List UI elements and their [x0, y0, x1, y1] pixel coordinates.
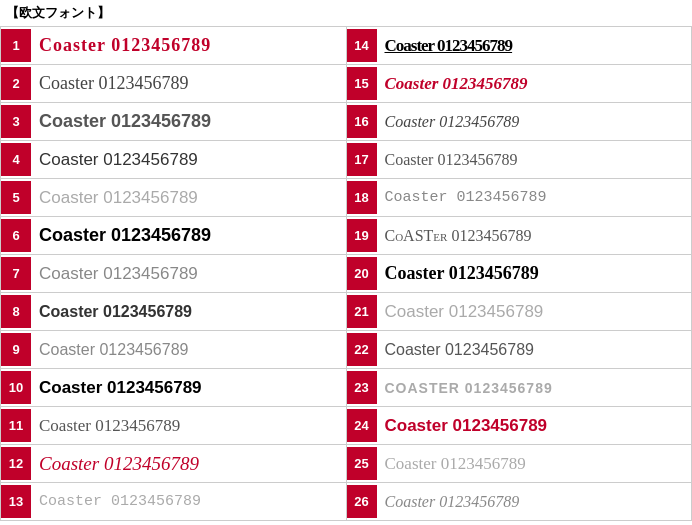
item-number: 6 — [1, 219, 31, 252]
item-text: Coaster 0123456789 — [377, 147, 692, 173]
item-number: 4 — [1, 143, 31, 176]
item-text: Coaster 0123456789 — [31, 221, 346, 250]
item-number: 24 — [347, 409, 377, 442]
list-item: 25 Coaster 0123456789 — [347, 445, 693, 483]
item-number: 21 — [347, 295, 377, 328]
item-number: 10 — [1, 371, 31, 404]
list-item: 2 Coaster 0123456789 — [1, 65, 347, 103]
item-text: Coaster 0123456789 — [377, 337, 692, 363]
list-item: 20 Coaster 0123456789 — [347, 255, 693, 293]
list-item: 26 Coaster 0123456789 — [347, 483, 693, 521]
item-number: 7 — [1, 257, 31, 290]
item-text: Coaster 0123456789 — [31, 146, 346, 174]
list-item: 3 Coaster 0123456789 — [1, 103, 347, 141]
item-number: 5 — [1, 181, 31, 214]
font-grid: 1 Coaster 0123456789 14 Coaster 01234567… — [0, 26, 692, 521]
item-text: Coaster 0123456789 — [31, 184, 346, 212]
list-item: 13 Coaster 0123456789 — [1, 483, 347, 521]
item-number: 1 — [1, 29, 31, 62]
list-item: 15 Coaster 0123456789 — [347, 65, 693, 103]
item-text: Coaster 0123456789 — [31, 489, 346, 514]
list-item: 16 Coaster 0123456789 — [347, 103, 693, 141]
item-number: 9 — [1, 333, 31, 366]
item-text: Coaster 0123456789 — [377, 70, 692, 98]
list-item: 21 Coaster 0123456789 — [347, 293, 693, 331]
item-text: Coaster 0123456789 — [31, 31, 346, 60]
item-number: 14 — [347, 29, 377, 62]
item-text: Coaster 0123456789 — [377, 259, 692, 288]
item-text: CoASTer 0123456789 — [377, 223, 692, 249]
list-item: 6 Coaster 0123456789 — [1, 217, 347, 255]
item-number: 26 — [347, 485, 377, 518]
list-item: 14 Coaster 0123456789 — [347, 27, 693, 65]
item-text: Coaster 0123456789 — [31, 107, 346, 136]
list-item: 19 CoASTer 0123456789 — [347, 217, 693, 255]
list-item: 17 Coaster 0123456789 — [347, 141, 693, 179]
item-text: Coaster 0123456789 — [31, 374, 346, 402]
item-text: Coaster 0123456789 — [377, 450, 692, 478]
list-item: 7 Coaster 0123456789 — [1, 255, 347, 293]
list-item: 11 Coaster 0123456789 — [1, 407, 347, 445]
list-item: 23 COASTER 0123456789 — [347, 369, 693, 407]
item-text: Coaster 0123456789 — [377, 32, 692, 60]
item-number: 8 — [1, 295, 31, 328]
item-text: Coaster 0123456789 — [377, 489, 692, 515]
list-item: 12 Coaster 0123456789 — [1, 445, 347, 483]
list-item: 22 Coaster 0123456789 — [347, 331, 693, 369]
item-number: 18 — [347, 181, 377, 214]
item-text: COASTER 0123456789 — [377, 376, 692, 400]
list-item: 24 Coaster 0123456789 — [347, 407, 693, 445]
item-text: Coaster 0123456789 — [377, 412, 692, 440]
list-item: 8 Coaster 0123456789 — [1, 293, 347, 331]
item-number: 25 — [347, 447, 377, 480]
list-item: 9 Coaster 0123456789 — [1, 331, 347, 369]
item-text: Coaster 0123456789 — [377, 298, 692, 326]
list-item: 4 Coaster 0123456789 — [1, 141, 347, 179]
list-item: 5 Coaster 0123456789 — [1, 179, 347, 217]
item-number: 3 — [1, 105, 31, 138]
item-text: Coaster 0123456789 — [31, 69, 346, 98]
item-number: 23 — [347, 371, 377, 404]
item-number: 17 — [347, 143, 377, 176]
item-text: Coaster 0123456789 — [31, 412, 346, 440]
item-text: Coaster 0123456789 — [377, 185, 692, 210]
item-number: 2 — [1, 67, 31, 100]
list-item: 10 Coaster 0123456789 — [1, 369, 347, 407]
item-number: 16 — [347, 105, 377, 138]
item-number: 15 — [347, 67, 377, 100]
item-text: Coaster 0123456789 — [31, 449, 346, 479]
item-number: 22 — [347, 333, 377, 366]
item-number: 19 — [347, 219, 377, 252]
item-number: 13 — [1, 485, 31, 518]
item-text: Coaster 0123456789 — [31, 299, 346, 325]
item-text: Coaster 0123456789 — [377, 109, 692, 135]
list-item: 18 Coaster 0123456789 — [347, 179, 693, 217]
item-number: 11 — [1, 409, 31, 442]
page-header: 【欧文フォント】 — [0, 0, 692, 26]
item-number: 20 — [347, 257, 377, 290]
item-text: Coaster 0123456789 — [31, 337, 346, 363]
list-item: 1 Coaster 0123456789 — [1, 27, 347, 65]
item-text: Coaster 0123456789 — [31, 260, 346, 288]
item-number: 12 — [1, 447, 31, 480]
